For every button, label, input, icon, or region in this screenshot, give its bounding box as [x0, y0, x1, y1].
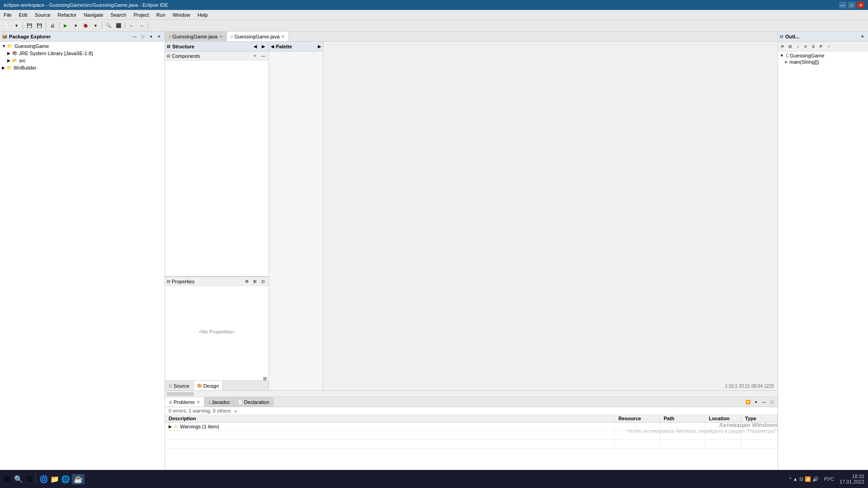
tray-clock[interactable]: 18:31 17.01.2022	[840, 474, 864, 484]
menu-run[interactable]: Run	[153, 10, 169, 19]
properties-scrollbar[interactable]	[165, 377, 269, 380]
expand-status[interactable]: ∧	[234, 409, 237, 413]
th-description: Description	[165, 415, 615, 422]
close-button[interactable]: ✕	[857, 2, 864, 8]
th-type: Type	[741, 415, 778, 422]
outline-sort-btn[interactable]: ↕	[794, 43, 802, 50]
taskview-btn[interactable]: ⧉	[27, 475, 32, 483]
tree-item-guessinggame[interactable]: ▼ 📁 GuessingGame	[0, 42, 165, 50]
search-taskbar-btn[interactable]: 🔍	[14, 475, 23, 483]
maximize-button[interactable]: □	[848, 2, 855, 8]
td-location-1	[705, 422, 741, 430]
canvas-area[interactable]: 1:10,1 20:21 06:04 1225	[323, 42, 778, 390]
td-description: ▶ ⚠ Warnings (1 item)	[165, 422, 615, 430]
new-btn[interactable]: 📄	[2, 21, 11, 30]
table-row-empty2	[165, 440, 778, 449]
pe-close-btn[interactable]: ✕	[156, 33, 163, 40]
source-tab[interactable]: ⊟ Source	[165, 381, 193, 390]
menu-search[interactable]: Search	[107, 10, 130, 19]
structure-nav-left[interactable]: ◀	[251, 43, 259, 50]
toolbar-btn2[interactable]: ▾	[12, 21, 21, 30]
tab-label-1: GuessingGame.java	[173, 34, 218, 39]
toolbar-btn3[interactable]: ⬛	[114, 21, 123, 30]
menu-source[interactable]: Source	[31, 10, 54, 19]
tray-area: ^ ▲ ⊟ 📶 🔊	[789, 476, 819, 482]
save-all-btn[interactable]: 💾	[35, 21, 44, 30]
menu-refactor[interactable]: Refactor	[54, 10, 80, 19]
debug-drop[interactable]: ▾	[91, 21, 100, 30]
expand-arrow-warning[interactable]: ▶	[169, 424, 172, 429]
run-drop[interactable]: ▾	[71, 21, 80, 30]
menu-navigate[interactable]: Navigate	[80, 10, 107, 19]
h-scroll-thumb[interactable]	[167, 392, 194, 396]
prop-btn3[interactable]: ⊡	[259, 278, 267, 285]
prop-btn2[interactable]: ⊞	[251, 278, 259, 285]
src-label: src	[19, 58, 26, 63]
menu-help[interactable]: Help	[194, 10, 212, 19]
outline-collapse-btn[interactable]: ⊟	[787, 43, 794, 50]
problems-tab-close[interactable]: ✕	[197, 400, 200, 404]
menu-file[interactable]: File	[0, 10, 15, 19]
edge-btn[interactable]: 🌀	[39, 475, 48, 483]
bottom-menu-btn[interactable]: ▾	[752, 399, 760, 406]
java-design-tab-icon: J	[231, 34, 233, 39]
next-btn[interactable]: →	[137, 21, 146, 30]
outline-hide-static-btn[interactable]: S	[810, 43, 817, 50]
pe-minimize-btn[interactable]: —	[131, 33, 138, 40]
tab-close-2[interactable]: ✕	[281, 34, 285, 39]
tray-date: 17.01.2022	[840, 479, 864, 484]
outline-item-main[interactable]: ◆ main(String[])	[779, 59, 867, 65]
save-btn[interactable]: 💾	[25, 21, 34, 30]
debug-btn[interactable]: 🐞	[81, 21, 90, 30]
menu-project[interactable]: Project	[130, 10, 152, 19]
tree-item-src[interactable]: ▶ 📂 src	[0, 57, 165, 64]
tree-item-jre[interactable]: ▶ 📚 JRE System Library [JavaSE-1.8]	[0, 50, 165, 57]
tab-guessinggame-java[interactable]: J GuessingGame.java ✕	[165, 32, 227, 41]
outline-sync-btn[interactable]: ⟳	[779, 43, 786, 50]
table-row-warnings[interactable]: ▶ ⚠ Warnings (1 item)	[165, 422, 778, 431]
print-btn[interactable]: 🖨	[48, 21, 57, 30]
warning-icon: ⚠	[174, 423, 178, 429]
structure-nav-right[interactable]: ▶	[259, 43, 267, 50]
outline-class-icon: C	[786, 53, 789, 58]
pe-view-menu-btn[interactable]: ▾	[147, 33, 155, 40]
tab-guessinggame-java-design[interactable]: J GuessingGame.java ✕	[227, 32, 289, 41]
properties-panel: ⊟ Properties ⚙ ⊞ ⊡ <No Properties>	[165, 277, 269, 380]
pe-maximize-btn[interactable]: □	[139, 33, 146, 40]
explorer-btn[interactable]: 📁	[50, 475, 59, 483]
project-icon: 📁	[7, 43, 13, 49]
search-btn[interactable]: 🔍	[104, 21, 113, 30]
prop-btn1[interactable]: ⚙	[243, 278, 250, 285]
outline-item-guessinggame[interactable]: ▼ C GuessingGame	[779, 52, 867, 59]
tree-item-wnbuilder[interactable]: ▶ 📁 WnBuilder	[0, 64, 165, 71]
outline-show-inherited-btn[interactable]: ↑	[825, 43, 832, 50]
palette-header: ◀ Palette ▶	[269, 42, 323, 52]
run-btn[interactable]: ▶	[61, 21, 70, 30]
scroll-thumb[interactable]	[263, 377, 267, 380]
comp-collapse-btn[interactable]: —	[259, 52, 267, 60]
menu-edit[interactable]: Edit	[15, 10, 31, 19]
chrome-btn[interactable]: 🌐	[61, 475, 70, 483]
center-panel: J GuessingGame.java ✕ J GuessingGame.jav…	[165, 32, 778, 478]
project-label: GuessingGame	[14, 43, 49, 49]
horizontal-scrollbar[interactable]	[165, 390, 778, 397]
outline-close-btn[interactable]: ✕	[859, 33, 866, 40]
declaration-tab[interactable]: 📄 Declaration	[234, 397, 274, 407]
javadoc-tab[interactable]: J Javadoc	[204, 397, 234, 407]
outline-hide-fields-btn[interactable]: ≡	[802, 43, 809, 50]
bottom-min-btn[interactable]: —	[760, 399, 768, 406]
eclipse-btn[interactable]: ☕	[72, 474, 85, 484]
comp-add-btn[interactable]: +	[251, 52, 259, 60]
design-tab[interactable]: 🎨 Design	[193, 381, 223, 390]
menu-window[interactable]: Window	[169, 10, 194, 19]
bottom-max-btn[interactable]: □	[769, 399, 776, 406]
filter-btn[interactable]: 🔽	[744, 399, 751, 406]
start-btn[interactable]: ⊞	[4, 474, 10, 484]
minimize-button[interactable]: —	[839, 2, 846, 8]
outline-hide-nonpublic-btn[interactable]: P	[817, 43, 825, 50]
prev-btn[interactable]: ←	[127, 21, 136, 30]
problems-icon: ⚠	[169, 400, 172, 404]
outline-panel: ⊟ Outl... ✕ ⟳ ⊟ ↕ ≡ S P ↑ ▼ C GuessingGa…	[778, 32, 868, 478]
problems-tab[interactable]: ⚠ Problems ✕	[165, 397, 204, 407]
tab-close-1[interactable]: ✕	[219, 34, 223, 39]
